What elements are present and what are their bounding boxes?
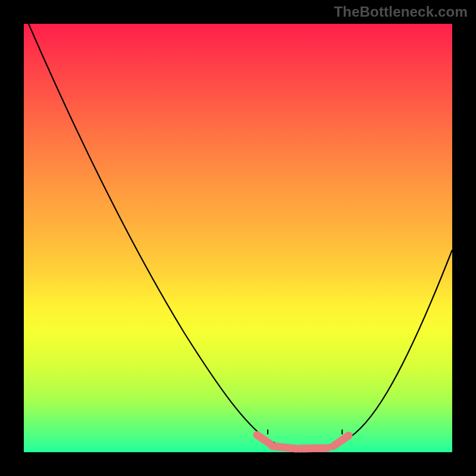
trough-highlight — [333, 436, 349, 446]
trough-highlight — [257, 435, 270, 444]
plot-svg — [24, 24, 452, 452]
bottleneck-curve — [29, 24, 452, 448]
trough-highlight — [273, 446, 296, 449]
chart-frame: TheBottleneck.com — [0, 0, 476, 476]
trough-highlight — [299, 448, 327, 449]
plot-area — [24, 24, 452, 452]
watermark-text: TheBottleneck.com — [334, 4, 468, 20]
